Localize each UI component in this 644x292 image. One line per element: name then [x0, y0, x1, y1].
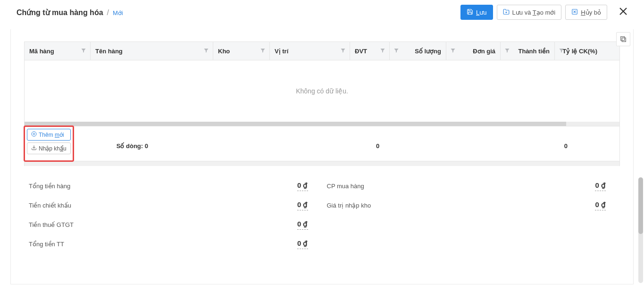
record-status: Mới: [113, 9, 123, 17]
import-icon: [31, 145, 37, 152]
col-label: Tỷ lệ CK(%): [562, 48, 597, 55]
tot-label: Tổng tiền hàng: [29, 183, 70, 190]
col-label: ĐVT: [355, 48, 367, 55]
tot-value: 0 ₫: [297, 239, 308, 249]
page-title: Chứng từ mua hàng hóa: [17, 8, 103, 17]
card-scroll-host: Mã hàng Tên hàng Kho Vị trí: [11, 29, 633, 284]
top-actions: Lưu Lưu và Tạo mới Hủy bỏ: [460, 5, 631, 20]
row-tong-tien-hang: Tổng tiền hàng 0 ₫: [29, 176, 308, 196]
row-tien-chiet-khau: Tiền chiết khấu 0 ₫: [29, 196, 308, 215]
filter-icon[interactable]: [380, 48, 385, 55]
add-new-button[interactable]: Thêm mới: [27, 129, 71, 141]
tot-value: 0 ₫: [297, 220, 308, 230]
tot-value: 0 ₫: [595, 181, 606, 191]
top-bar: Chứng từ mua hàng hóa / Mới Lưu Lưu và T…: [0, 0, 644, 29]
action-highlight-box: Thêm mới Nhập khẩu: [24, 125, 74, 162]
filter-icon[interactable]: [340, 48, 346, 55]
tot-label: Tiền chiết khấu: [29, 202, 71, 209]
page-vscrollbar-thumb[interactable]: [638, 177, 643, 234]
row-gia-tri-nhap-kho: Giá trị nhập kho 0 ₫: [327, 196, 606, 215]
tot-value: 0 ₫: [297, 200, 308, 210]
import-label: Nhập khẩu: [39, 145, 67, 152]
tot-label: Tiền thuế GTGT: [29, 221, 74, 228]
filter-icon[interactable]: [393, 48, 399, 55]
col-header-dvt[interactable]: ĐVT: [350, 42, 390, 60]
sum-soluong: 0: [248, 126, 436, 161]
col-header-tenhang[interactable]: Tên hàng: [91, 42, 213, 60]
filter-icon[interactable]: [81, 48, 86, 55]
grid-empty-text: Không có dữ liệu.: [296, 87, 348, 95]
col-label: Số lượng: [415, 48, 441, 55]
save-icon: [467, 8, 473, 17]
row-cp-mua-hang: CP mua hàng 0 ₫: [327, 176, 606, 196]
col-label: Thành tiền: [519, 48, 550, 55]
cancel-icon: [571, 8, 578, 17]
filter-icon[interactable]: [450, 48, 456, 55]
content-card: Mã hàng Tên hàng Kho Vị trí: [10, 29, 634, 284]
folder-plus-icon: [503, 8, 510, 17]
filter-icon[interactable]: [504, 48, 510, 55]
col-header-mahang[interactable]: Mã hàng: [25, 42, 91, 60]
expand-grid-button[interactable]: [616, 32, 630, 46]
svg-rect-8: [622, 38, 626, 42]
filter-icon[interactable]: [559, 48, 564, 55]
cancel-button[interactable]: Hủy bỏ: [565, 5, 607, 20]
svg-rect-7: [621, 37, 625, 41]
row-tong-tien-tt: Tổng tiền TT 0 ₫: [29, 234, 308, 254]
tot-label: Tổng tiền TT: [29, 241, 64, 248]
col-header-soluong[interactable]: Số lượng: [390, 42, 446, 60]
col-label: Tên hàng: [95, 48, 123, 55]
col-label: Mã hàng: [29, 48, 54, 55]
save-button-label: Lưu: [476, 9, 486, 16]
import-button[interactable]: Nhập khẩu: [27, 142, 71, 154]
tot-label: Giá trị nhập kho: [327, 202, 371, 209]
breadcrumb: Chứng từ mua hàng hóa / Mới: [17, 8, 123, 17]
grid-body: Không có dữ liệu.: [24, 60, 620, 122]
totals-section: Tổng tiền hàng 0 ₫ Tiền chiết khấu 0 ₫ T…: [24, 166, 620, 263]
save-and-new-label: Lưu và Tạo mới: [512, 9, 556, 16]
grid-header: Mã hàng Tên hàng Kho Vị trí: [24, 42, 620, 60]
tot-value: 0 ₫: [595, 200, 606, 210]
totals-left-col: Tổng tiền hàng 0 ₫ Tiền chiết khấu 0 ₫ T…: [29, 176, 308, 254]
add-new-label: Thêm mới: [39, 132, 64, 138]
col-label: Đơn giá: [473, 48, 495, 55]
row-count: Số dòng: 0: [74, 126, 248, 161]
filter-icon[interactable]: [203, 48, 209, 55]
grid-footer-row: Thêm mới Nhập khẩu Số dòng: 0 0 0: [24, 126, 620, 161]
filter-icon[interactable]: [260, 48, 266, 55]
col-label: Kho: [218, 48, 230, 55]
breadcrumb-sep: /: [107, 8, 109, 17]
save-and-new-button[interactable]: Lưu và Tạo mới: [497, 5, 562, 20]
page-vscrollbar[interactable]: [638, 177, 643, 283]
col-header-tyleck[interactable]: Tỷ lệ CK(%): [555, 42, 602, 60]
col-header-kho[interactable]: Kho: [213, 42, 270, 60]
cancel-button-label: Hủy bỏ: [581, 9, 601, 16]
grid-hscrollbar[interactable]: [24, 122, 620, 126]
totals-right-col: CP mua hàng 0 ₫ Giá trị nhập kho 0 ₫: [327, 176, 606, 254]
row-tien-thue-gtgt: Tiền thuế GTGT 0 ₫: [29, 215, 308, 234]
plus-circle-icon: [31, 131, 37, 138]
save-button[interactable]: Lưu: [460, 5, 493, 20]
section-gap: [24, 161, 620, 166]
page-root: Chứng từ mua hàng hóa / Mới Lưu Lưu và T…: [0, 0, 644, 292]
close-button[interactable]: [616, 6, 631, 19]
grid-wrap: Mã hàng Tên hàng Kho Vị trí: [11, 29, 633, 263]
col-header-thanhtien[interactable]: Thành tiền: [501, 42, 555, 60]
tot-value: 0 ₫: [297, 181, 308, 191]
col-label: Vị trí: [275, 48, 288, 55]
sum-thanhtien: 0: [436, 126, 619, 161]
grid-hscrollbar-thumb[interactable]: [25, 122, 566, 126]
tot-label: CP mua hàng: [327, 183, 364, 190]
col-header-dongia[interactable]: Đơn giá: [446, 42, 501, 60]
col-header-vitri[interactable]: Vị trí: [270, 42, 350, 60]
